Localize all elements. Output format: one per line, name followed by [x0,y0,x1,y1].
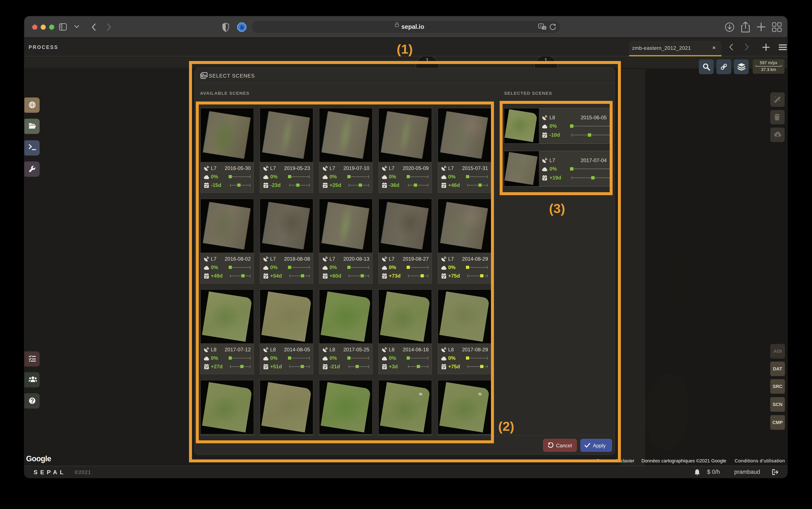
svg-text:文: 文 [543,27,546,30]
svg-text:A: A [540,24,542,28]
